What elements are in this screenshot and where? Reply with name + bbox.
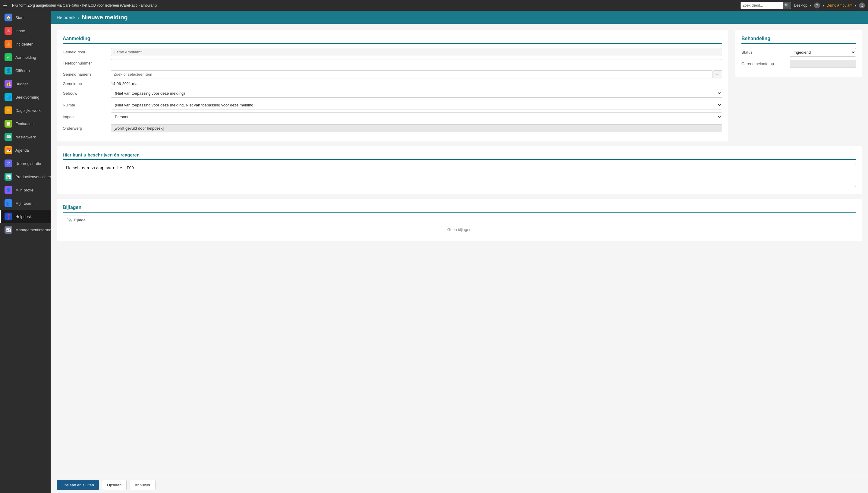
sidebar-icon-mgmt: 📈 xyxy=(4,226,13,234)
sidebar-label-clienten: Cliënten xyxy=(15,68,30,73)
sidebar-item-incidenten[interactable]: ⚠ Incidenten xyxy=(0,37,51,51)
sidebar-item-aanmelding[interactable]: ✔ Aanmelding xyxy=(0,51,51,64)
cancel-button[interactable]: Annuleer xyxy=(130,480,156,490)
sidebar-item-helpdesk[interactable]: ❓ Helpdesk xyxy=(0,210,51,223)
onderwerp-label: Onderwerp xyxy=(63,126,111,131)
gemeld-door-label: Gemeld door xyxy=(63,50,111,54)
sidebar-item-uren[interactable]: ⏱ Urenregistratie xyxy=(0,157,51,170)
gebouw-select[interactable]: (Niet van toepassing voor deze melding) xyxy=(111,89,722,98)
desktop-button[interactable]: Desktop xyxy=(794,3,807,7)
sidebar-item-producties[interactable]: 📊 Productieoverzichten xyxy=(0,170,51,183)
gemeld-namens-row: Gemeld namens ··· xyxy=(63,70,722,79)
save-button[interactable]: Opslaan xyxy=(102,480,127,490)
sidebar-item-budget[interactable]: 💰 Budget xyxy=(0,77,51,90)
sidebar-item-beeldvorming[interactable]: 🔷 Beeldvorming xyxy=(0,90,51,104)
sidebar-icon-budget: 💰 xyxy=(4,80,13,88)
sidebar-icon-dagelijks: ✏ xyxy=(4,106,13,114)
sidebar-item-clienten[interactable]: 👤 Cliënten xyxy=(0,64,51,77)
sidebar-label-profiel: Mijn profiel xyxy=(15,188,35,192)
onderwerp-value xyxy=(111,124,722,132)
sidebar-label-incidenten: Incidenten xyxy=(15,42,34,46)
sidebar-label-mgmt: Managementinformatie xyxy=(15,228,51,232)
sidebar-item-agenda[interactable]: 📅 Agenda xyxy=(0,144,51,157)
search-button[interactable]: 🔍 xyxy=(783,2,791,9)
sidebar-item-inbox[interactable]: ✉ Inbox xyxy=(0,24,51,37)
sidebar-icon-naslagwerk: 📖 xyxy=(4,133,13,141)
sidebar-item-start[interactable]: 🏠 Start xyxy=(0,11,51,24)
bijlagen-section: Bijlagen 📎 Bijlage Geen bijlagen xyxy=(57,199,862,241)
aanmelding-section: Aanmelding Gemeld door Telefoonnummer xyxy=(57,30,728,142)
help-button[interactable]: ? xyxy=(814,2,820,8)
sidebar-label-start: Start xyxy=(15,15,23,20)
topbar-controls: Desktop ▾ ? ▾ Demo Ambulant ▾ ⊙ xyxy=(794,2,865,8)
onderwerp-input[interactable] xyxy=(111,124,722,132)
content-area: Helpdesk › Nieuwe melding Aanmelding Gem… xyxy=(51,11,868,493)
sidebar-icon-beeldvorming: 🔷 xyxy=(4,93,13,101)
status-row: Status Ingediend xyxy=(741,48,856,57)
ruimte-row: Ruimte (Niet van toepassing voor deze me… xyxy=(63,101,722,109)
sidebar-icon-aanmelding: ✔ xyxy=(4,53,13,61)
sidebar-item-dagelijks[interactable]: ✏ Dagelijks werk xyxy=(0,104,51,117)
gemeld-namens-input[interactable] xyxy=(111,70,712,79)
sidebar-icon-inbox: ✉ xyxy=(4,27,13,35)
sidebar: 🏠 Start ✉ Inbox ⚠ Incidenten ✔ Aanmeldin… xyxy=(0,11,51,493)
gereed-value xyxy=(789,60,856,68)
sidebar-item-mgmt[interactable]: 📈 Managementinformatie xyxy=(0,223,51,236)
sidebar-label-producties: Productieoverzichten xyxy=(15,175,51,179)
topbar: ☰ Pluriform Zorg aangeboden via CareRati… xyxy=(0,0,868,11)
behandeling-section: Behandeling Status Ingediend Gereed belo… xyxy=(735,30,862,77)
sidebar-icon-start: 🏠 xyxy=(4,14,13,21)
sidebar-item-profiel[interactable]: 👤 Mijn profiel xyxy=(0,183,51,197)
paperclip-icon: 📎 xyxy=(67,218,72,222)
sidebar-icon-incidenten: ⚠ xyxy=(4,40,13,48)
gemeld-namens-search-button[interactable]: ··· xyxy=(713,70,722,79)
sidebar-label-aanmelding: Aanmelding xyxy=(15,55,36,60)
sidebar-icon-agenda: 📅 xyxy=(4,146,13,154)
sidebar-icon-profiel: 👤 xyxy=(4,186,13,194)
gemeld-door-row: Gemeld door xyxy=(63,48,722,56)
page-title: Nieuwe melding xyxy=(82,14,128,21)
telefoonnummer-label: Telefoonnummer xyxy=(63,61,111,65)
sidebar-label-beeldvorming: Beeldvorming xyxy=(15,95,40,100)
beschrijving-title: Hier kunt u beschrijven én reageren xyxy=(63,152,856,160)
telefoonnummer-value xyxy=(111,59,722,67)
sidebar-item-evaluaties[interactable]: 📋 Evaluaties xyxy=(0,117,51,130)
topbar-title: Pluriform Zorg aangeboden via CareRatio … xyxy=(12,3,737,7)
sidebar-icon-uren: ⏱ xyxy=(4,159,13,167)
impact-select[interactable]: Persoon xyxy=(111,112,722,121)
save-close-button[interactable]: Opslaan en sluiten xyxy=(57,480,99,490)
breadcrumb-separator: › xyxy=(78,15,80,20)
sidebar-icon-clienten: 👤 xyxy=(4,67,13,74)
gereed-input[interactable] xyxy=(789,60,856,68)
gereed-row: Gereed beloofd op xyxy=(741,60,856,68)
sidebar-label-budget: Budget xyxy=(15,82,28,86)
sidebar-item-naslagwerk[interactable]: 📖 Naslagwerk xyxy=(0,130,51,144)
status-select[interactable]: Ingediend xyxy=(789,48,856,57)
gereed-label: Gereed beloofd op xyxy=(741,62,789,66)
sidebar-label-dagelijks: Dagelijks werk xyxy=(15,108,41,113)
sidebar-label-naslagwerk: Naslagwerk xyxy=(15,135,36,139)
sidebar-item-team[interactable]: 👥 Mijn team xyxy=(0,197,51,210)
notifications-icon[interactable]: ⊙ xyxy=(859,2,865,8)
behandeling-title: Behandeling xyxy=(741,36,856,44)
user-button[interactable]: Demo Ambulant xyxy=(827,3,852,7)
sidebar-label-team: Mijn team xyxy=(15,201,32,206)
gemeld-door-input[interactable] xyxy=(111,48,722,56)
sidebar-label-agenda: Agenda xyxy=(15,148,29,153)
gemeld-op-label: Gemeld op xyxy=(63,81,111,86)
sidebar-label-uren: Urenregistratie xyxy=(15,161,41,166)
bijlage-button-label: Bijlage xyxy=(74,218,86,222)
bottom-bar: Opslaan en sluiten Opslaan Annuleer xyxy=(51,477,868,493)
add-bijlage-button[interactable]: 📎 Bijlage xyxy=(63,216,90,224)
sidebar-label-evaluaties: Evaluaties xyxy=(15,122,34,126)
telefoonnummer-input[interactable] xyxy=(111,59,722,67)
gemeld-op-value: 14-06-2021 ma xyxy=(111,81,722,86)
breadcrumb-link[interactable]: Helpdesk xyxy=(57,15,76,20)
beschrijving-textarea[interactable]: Ik heb een vraag over het ECD xyxy=(63,163,856,187)
search-input[interactable] xyxy=(741,3,783,8)
ruimte-select[interactable]: (Niet van toepassing voor deze melding, … xyxy=(111,101,722,109)
hamburger-icon[interactable]: ☰ xyxy=(3,3,7,8)
sidebar-label-helpdesk: Helpdesk xyxy=(15,214,32,219)
page-header: Helpdesk › Nieuwe melding xyxy=(51,11,868,24)
gebouw-row: Gebouw (Niet van toepassing voor deze me… xyxy=(63,89,722,98)
